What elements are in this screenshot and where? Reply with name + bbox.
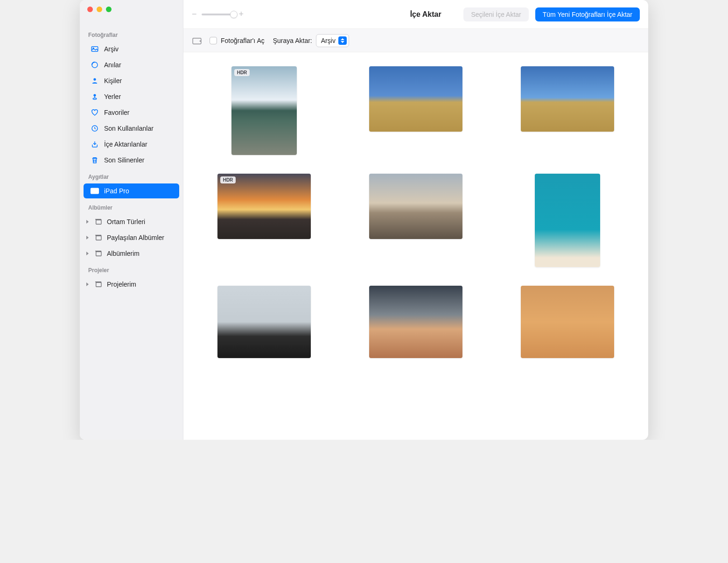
photo-thumbnail[interactable] (521, 66, 614, 132)
sidebar-section-albums-header: Albümler (80, 203, 183, 214)
memory-icon (90, 60, 99, 70)
transfer-to-label: Şuraya Aktar: (273, 37, 312, 44)
photo-thumbnail[interactable]: HDR (231, 66, 297, 155)
import-selected-button[interactable]: Seçileni İçe Aktar (463, 7, 528, 21)
sidebar-item-label: Projelerim (107, 281, 136, 288)
svg-rect-10 (96, 236, 101, 240)
sidebar-item-label: iPad Pro (104, 187, 129, 195)
app-window: Fotoğraflar Arşiv Anılar Kişiler Yerler (80, 0, 648, 440)
sidebar-section-devices-header: Aygıtlar (80, 172, 183, 183)
sidebar-item-label: Yerler (104, 93, 121, 100)
zoom-thumb[interactable] (230, 11, 238, 18)
chevron-right-icon (85, 219, 90, 224)
heart-icon (90, 108, 99, 117)
sidebar-item-memories[interactable]: Anılar (84, 57, 179, 72)
places-icon (90, 92, 99, 101)
sidebar-item-label: Arşiv (104, 45, 119, 53)
album-icon (94, 233, 103, 242)
toolbar: − + İçe Aktar Seçileni İçe Aktar Tüm Yen… (183, 0, 648, 29)
photo-thumbnail[interactable] (521, 286, 614, 358)
photo-thumbnail[interactable] (369, 174, 462, 239)
sidebar-item-label: Son Silinenler (104, 156, 144, 164)
sidebar-item-my-albums[interactable]: Albümlerim (82, 246, 181, 261)
sidebar-item-my-projects[interactable]: Projelerim (82, 277, 181, 292)
zoom-track[interactable] (202, 14, 234, 15)
album-icon (94, 280, 103, 289)
sidebar-section-projects-header: Projeler (80, 265, 183, 276)
photo-thumbnail[interactable] (369, 286, 462, 358)
sidebar-item-label: Albümlerim (107, 250, 140, 257)
svg-point-14 (200, 41, 200, 41)
sidebar-item-label: Son Kullanılanlar (104, 125, 154, 132)
svg-rect-12 (96, 282, 101, 287)
photo-thumbnail[interactable] (217, 286, 311, 358)
sidebar-item-favorites[interactable]: Favoriler (84, 105, 179, 120)
device-icon (192, 37, 201, 44)
svg-rect-11 (96, 252, 101, 256)
minimize-window-button[interactable] (97, 7, 102, 12)
sidebar: Fotoğraflar Arşiv Anılar Kişiler Yerler (80, 0, 183, 440)
ipad-icon (90, 186, 99, 196)
zoom-out-button[interactable]: − (192, 9, 197, 19)
window-controls (80, 7, 183, 26)
sidebar-item-label: İçe Aktarılanlar (104, 141, 147, 148)
photo-library-icon (90, 44, 99, 54)
trash-icon (90, 155, 99, 165)
sidebar-item-recents[interactable]: Son Kullanılanlar (84, 121, 179, 136)
svg-point-5 (93, 98, 97, 99)
sidebar-item-label: Paylaşılan Albümler (107, 234, 164, 241)
import-all-button[interactable]: Tüm Yeni Fotoğrafları İçe Aktar (535, 7, 640, 21)
photo-thumbnail[interactable]: HDR (217, 174, 311, 239)
main-content: − + İçe Aktar Seçileni İçe Aktar Tüm Yen… (183, 0, 648, 440)
hdr-badge: HDR (220, 176, 236, 183)
sidebar-item-label: Ortam Türleri (107, 218, 145, 225)
sidebar-item-places[interactable]: Yerler (84, 89, 179, 104)
svg-point-3 (93, 78, 96, 80)
sidebar-section-photos-header: Fotoğraflar (80, 30, 183, 41)
select-value: Arşiv (321, 37, 336, 44)
open-photos-label: Fotoğraflar'ı Aç (221, 37, 265, 44)
sidebar-item-library[interactable]: Arşiv (84, 42, 179, 56)
svg-rect-9 (96, 220, 101, 224)
sidebar-item-device-ipad[interactable]: iPad Pro (84, 183, 179, 198)
album-icon (94, 217, 103, 226)
person-icon (90, 76, 99, 85)
chevron-right-icon (85, 282, 90, 287)
hdr-badge: HDR (234, 69, 250, 76)
sidebar-item-people[interactable]: Kişiler (84, 73, 179, 88)
import-options-bar: Fotoğraflar'ı Aç Şuraya Aktar: Arşiv (183, 29, 648, 52)
sidebar-item-label: Kişiler (104, 77, 122, 84)
svg-point-8 (98, 190, 98, 191)
close-window-button[interactable] (87, 7, 93, 12)
open-photos-checkbox[interactable] (210, 37, 217, 44)
chevron-up-down-icon (338, 36, 347, 45)
chevron-right-icon (85, 251, 90, 256)
sidebar-item-recently-deleted[interactable]: Son Silinenler (84, 153, 179, 168)
sidebar-item-imports[interactable]: İçe Aktarılanlar (84, 137, 179, 152)
photo-thumbnail[interactable] (535, 174, 600, 267)
clock-icon (90, 124, 99, 133)
zoom-slider[interactable]: − + (192, 9, 244, 19)
sidebar-item-media-types[interactable]: Ortam Türleri (82, 214, 181, 229)
photo-thumbnail[interactable] (369, 66, 462, 132)
sidebar-item-label: Favoriler (104, 109, 129, 116)
sidebar-item-label: Anılar (104, 61, 121, 69)
sidebar-item-shared-albums[interactable]: Paylaşılan Albümler (82, 230, 181, 245)
svg-point-4 (94, 94, 96, 96)
page-title: İçe Aktar (410, 10, 441, 19)
maximize-window-button[interactable] (106, 7, 112, 12)
chevron-right-icon (85, 235, 90, 240)
zoom-in-button[interactable]: + (239, 9, 244, 19)
album-icon (94, 249, 103, 258)
transfer-destination-select[interactable]: Arşiv (316, 34, 349, 47)
photo-grid: HDR HDR (183, 52, 648, 440)
import-icon (90, 140, 99, 149)
